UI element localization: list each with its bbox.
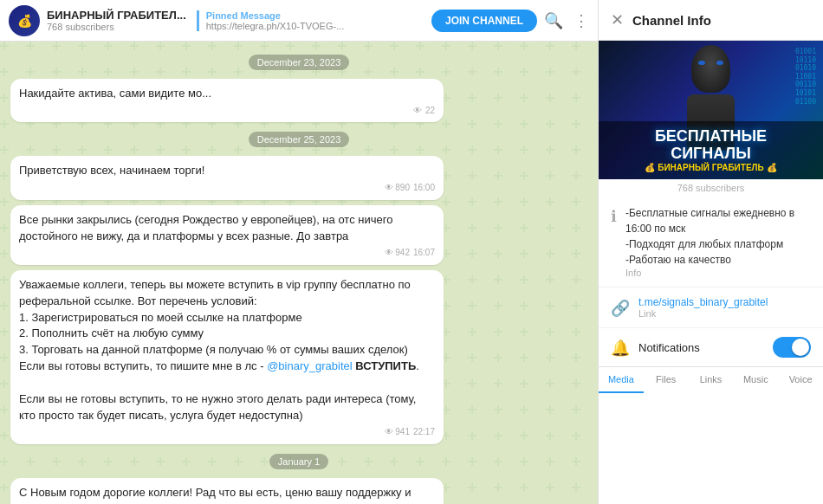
chat-panel: 💰 БИНАРНЫЙ ГРАБИТЕЛ... 768 subscribers P… [0, 0, 598, 504]
info-label: Info [625, 268, 811, 278]
tab-music[interactable]: Music [733, 367, 778, 393]
date-divider-dec25: December 25, 2023 [249, 131, 350, 147]
pinned-message[interactable]: Pinned Message https://telegra.ph/X10-TV… [197, 10, 424, 31]
toggle-knob [792, 339, 809, 356]
banner-bg-decoration: 01001101100101011001001101010101100 [795, 48, 816, 106]
banner-overlay: БЕСПЛАТНЫЕСИГНАЛЫ 💰 БИНАРНЫЙ ГРАБИТЕЛЬ 💰 [599, 121, 823, 179]
tab-files[interactable]: Files [644, 367, 689, 393]
message-text: Приветствую всех, начинаем торги! [19, 163, 435, 179]
right-panel: ✕ Channel Info 0100110110010101100100110… [598, 0, 823, 504]
link-icon: 🔗 [611, 299, 630, 318]
channel-info-title: Channel Info [632, 13, 711, 28]
message-meta: 👁 22 [19, 105, 435, 118]
link-content: t.me/signals_binary_grabitel Link [638, 296, 768, 319]
banner-title: БЕСПЛАТНЫЕСИГНАЛЫ [606, 128, 816, 163]
date-badge: December 25, 2023 [249, 132, 350, 147]
channel-name: БИНАРНЫЙ ГРАБИТЕЛ... [47, 9, 186, 22]
channel-subs-info: 768 subscribers [599, 179, 823, 197]
message-bubble: Все рынки закрылись (сегодня Рождество у… [10, 205, 444, 265]
message-text: Накидайте актива, сами видите мо... [19, 86, 435, 102]
tab-voice[interactable]: Voice [778, 367, 823, 393]
pinned-label: Pinned Message [206, 10, 345, 21]
banner-subtitle: 💰 БИНАРНЫЙ ГРАБИТЕЛЬ 💰 [606, 163, 816, 172]
close-icon[interactable]: ✕ [611, 10, 624, 29]
bold-text: ВСТУПИТЬ [355, 359, 416, 372]
channel-link-section: 🔗 t.me/signals_binary_grabitel Link [599, 288, 823, 328]
message-time: 22 [425, 105, 435, 118]
date-divider-jan1: January 1 [269, 453, 328, 469]
message-time: 16:00 [413, 182, 435, 195]
message-views: 👁 942 [385, 247, 410, 260]
message-bubble: Накидайте актива, сами видите мо... 👁 22 [10, 79, 444, 122]
channel-info: БИНАРНЫЙ ГРАБИТЕЛ... 768 subscribers [47, 9, 186, 32]
notifications-section: 🔔 Notifications [599, 328, 823, 366]
notifications-toggle[interactable] [773, 337, 811, 358]
message-bubble: С Новым годом дорогие коллеги! Рад что в… [10, 478, 444, 504]
info-content: -Бесплатные сигналы ежедневно в 16:00 по… [625, 205, 811, 278]
pinned-url: https://telegra.ph/X10-TVOEG-... [206, 21, 345, 31]
chat-header: 💰 БИНАРНЫЙ ГРАБИТЕЛ... 768 subscribers P… [0, 0, 598, 42]
message-views: 👁 [413, 105, 422, 118]
message-views: 👁 941 [385, 426, 410, 439]
date-badge: December 23, 2023 [249, 55, 350, 70]
pinned-content: Pinned Message https://telegra.ph/X10-TV… [206, 10, 345, 31]
media-tabs: Media Files Links Music Voice [599, 366, 823, 393]
info-description: -Бесплатные сигналы ежедневно в 16:00 по… [625, 205, 811, 268]
notifications-icon: 🔔 [611, 339, 630, 358]
message-bubble: Приветствую всех, начинаем торги! 👁 890 … [10, 156, 444, 199]
channel-avatar: 💰 [9, 5, 40, 36]
channel-banner: 01001101100101011001001101010101100 БЕСП… [599, 41, 823, 179]
message-text: С Новым годом дорогие коллеги! Рад что в… [19, 485, 435, 504]
message-meta: 👁 941 22:17 [19, 426, 435, 439]
notifications-label: Notifications [638, 341, 764, 354]
channel-info-section: ℹ -Бесплатные сигналы ежедневно в 16:00 … [599, 197, 823, 288]
search-icon[interactable]: 🔍 [544, 11, 563, 30]
message-time: 16:07 [413, 247, 435, 260]
channel-subscribers: 768 subscribers [47, 22, 186, 32]
chat-messages: December 23, 2023 Накидайте актива, сами… [0, 42, 598, 504]
more-icon[interactable]: ⋮ [574, 11, 589, 30]
mention-link[interactable]: @binary_grabitel [267, 359, 352, 372]
date-divider-dec23: December 23, 2023 [249, 54, 350, 70]
message-bubble: Уважаемые коллеги, теперь вы можете всту… [10, 270, 444, 444]
date-badge: January 1 [269, 454, 328, 469]
right-panel-header: ✕ Channel Info [599, 0, 823, 41]
message-time: 22:17 [413, 426, 435, 439]
tab-media[interactable]: Media [599, 367, 644, 393]
tab-links[interactable]: Links [689, 367, 734, 393]
message-views: 👁 890 [385, 182, 410, 195]
link-label: Link [638, 308, 768, 319]
message-text: Уважаемые коллеги, теперь вы можете всту… [19, 277, 435, 424]
message-meta: 👁 942 16:07 [19, 247, 435, 260]
message-meta: 👁 890 16:00 [19, 182, 435, 195]
message-text: Все рынки закрылись (сегодня Рождество у… [19, 212, 435, 245]
join-channel-button[interactable]: JOIN CHANNEL [431, 10, 537, 32]
header-actions: 🔍 ⋮ [544, 11, 589, 30]
channel-link[interactable]: t.me/signals_binary_grabitel [638, 296, 768, 308]
info-icon: ℹ [611, 207, 617, 226]
